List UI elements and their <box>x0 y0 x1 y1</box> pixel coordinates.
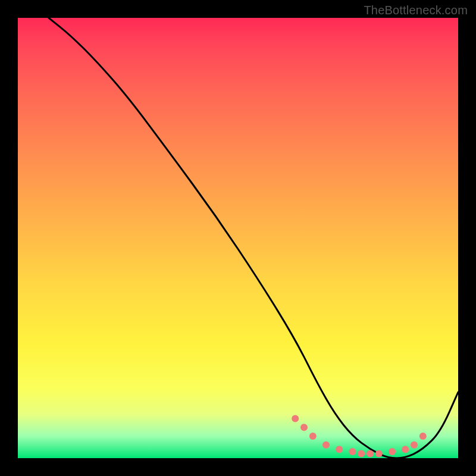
highlight-dot <box>402 446 409 453</box>
highlight-dot <box>349 448 356 455</box>
highlight-dot <box>389 448 396 455</box>
highlight-dot <box>367 450 374 458</box>
chart-frame: TheBottleneck.com <box>0 0 476 476</box>
highlight-dots <box>292 415 427 457</box>
highlight-dot <box>411 441 418 449</box>
highlight-dot <box>336 446 343 453</box>
highlight-dot <box>419 433 427 440</box>
highlight-dot <box>300 424 308 431</box>
highlight-dot <box>358 450 365 458</box>
plot-area <box>18 18 458 458</box>
watermark-text: TheBottleneck.com <box>364 4 468 17</box>
highlight-dot <box>375 450 383 458</box>
highlight-dot <box>309 433 317 440</box>
chart-svg <box>18 18 458 458</box>
highlight-dot <box>322 441 330 449</box>
bottleneck-curve <box>49 18 458 458</box>
highlight-dot <box>292 415 299 422</box>
